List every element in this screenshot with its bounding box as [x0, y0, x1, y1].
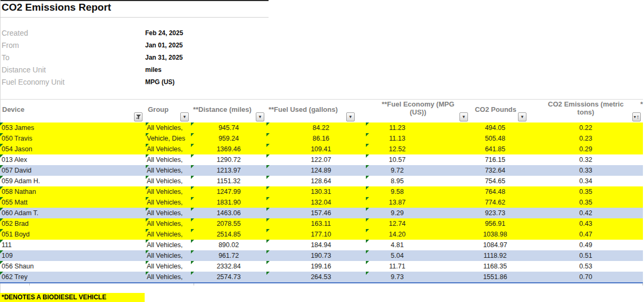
fuel-economy-cell[interactable]: 13.87: [366, 197, 470, 208]
filter-dropdown-button[interactable]: ▾: [346, 112, 355, 121]
device-cell[interactable]: 111: [0, 240, 146, 250]
fuel-used-cell[interactable]: 157.46: [266, 208, 366, 218]
fuel-economy-cell[interactable]: 9.58: [366, 186, 470, 197]
device-cell[interactable]: 059 Adam H.: [0, 176, 146, 186]
group-cell[interactable]: All Vehicles,: [146, 176, 191, 186]
filter-applied-button[interactable]: [134, 112, 143, 121]
device-cell[interactable]: 052 Brad: [0, 218, 146, 229]
fuel-used-cell[interactable]: 163.11: [266, 218, 366, 229]
co2-pounds-cell[interactable]: 1084.97: [470, 240, 529, 250]
co2-tons-cell[interactable]: 0.43: [529, 218, 643, 229]
co2-tons-cell[interactable]: 0.53: [529, 261, 643, 272]
group-cell[interactable]: All Vehicles,: [146, 208, 191, 218]
distance-cell[interactable]: 961.72: [191, 250, 266, 261]
column-header-cell[interactable]: Group ▾: [146, 100, 191, 123]
group-cell[interactable]: All Vehicles,: [146, 261, 191, 272]
filter-dropdown-button[interactable]: ▾: [518, 112, 526, 121]
fuel-economy-cell[interactable]: 9.29: [366, 208, 470, 218]
device-cell[interactable]: 058 Nathan: [0, 186, 146, 197]
co2-tons-cell[interactable]: 0.33: [529, 165, 643, 176]
group-cell[interactable]: Vehicle, Dies: [146, 133, 191, 144]
co2-pounds-cell[interactable]: 956.91: [470, 218, 529, 229]
fuel-used-cell[interactable]: 124.89: [266, 165, 366, 176]
device-cell[interactable]: 062 Trey: [0, 272, 146, 282]
distance-cell[interactable]: 1290.72: [191, 154, 266, 165]
co2-tons-cell[interactable]: 0.29: [529, 144, 643, 154]
fuel-used-cell[interactable]: 190.73: [266, 250, 366, 261]
distance-cell[interactable]: 2332.84: [191, 261, 266, 272]
fuel-economy-cell[interactable]: 5.04: [366, 250, 470, 261]
fuel-economy-cell[interactable]: 10.57: [366, 154, 470, 165]
fuel-economy-cell[interactable]: 11.71: [366, 261, 470, 272]
fuel-used-cell[interactable]: 109.41: [266, 144, 366, 154]
device-cell[interactable]: 060 Adam T.: [0, 208, 146, 218]
device-cell[interactable]: 050 Travis: [0, 133, 146, 144]
co2-tons-cell[interactable]: 0.70: [529, 272, 643, 282]
column-header-cell[interactable]: Device: [0, 100, 146, 123]
device-cell[interactable]: 109: [0, 250, 146, 261]
co2-pounds-cell[interactable]: 764.48: [470, 186, 529, 197]
device-cell[interactable]: 054 Jason: [0, 144, 146, 154]
device-cell[interactable]: 055 Matt: [0, 197, 146, 208]
fuel-used-cell[interactable]: 84.22: [266, 123, 366, 133]
co2-tons-cell[interactable]: 0.34: [529, 176, 643, 186]
column-header-cell[interactable]: CO2 Emissions (metric tons) ▾ ↑: [529, 100, 643, 123]
co2-pounds-cell[interactable]: 1168.35: [470, 261, 529, 272]
co2-tons-cell[interactable]: 0.42: [529, 208, 643, 218]
group-cell[interactable]: All Vehicles,: [146, 165, 191, 176]
device-cell[interactable]: 053 James: [0, 123, 146, 133]
filter-dropdown-button[interactable]: ▾: [180, 112, 189, 121]
distance-cell[interactable]: 1151.32: [191, 176, 266, 186]
co2-pounds-cell[interactable]: 1038.98: [470, 229, 529, 240]
group-cell[interactable]: All Vehicles,: [146, 197, 191, 208]
distance-cell[interactable]: 890.02: [191, 240, 266, 250]
column-header-cell[interactable]: **Distance (miles) ▾: [191, 100, 266, 123]
distance-cell[interactable]: 1831.90: [191, 197, 266, 208]
co2-pounds-cell[interactable]: 732.64: [470, 165, 529, 176]
fuel-economy-cell[interactable]: 12.74: [366, 218, 470, 229]
group-cell[interactable]: All Vehicles,: [146, 229, 191, 240]
device-cell[interactable]: 057 David: [0, 165, 146, 176]
co2-pounds-cell[interactable]: 1551.86: [470, 272, 529, 282]
distance-cell[interactable]: 959.24: [191, 133, 266, 144]
device-cell[interactable]: 051 Boyd: [0, 229, 146, 240]
co2-tons-cell[interactable]: 0.49: [529, 240, 643, 250]
fuel-used-cell[interactable]: 199.16: [266, 261, 366, 272]
distance-cell[interactable]: 1213.97: [191, 165, 266, 176]
filter-dropdown-button[interactable]: ▾: [256, 112, 264, 121]
distance-cell[interactable]: 2078.55: [191, 218, 266, 229]
fuel-used-cell[interactable]: 132.04: [266, 197, 366, 208]
co2-tons-cell[interactable]: 0.23: [529, 133, 643, 144]
co2-pounds-cell[interactable]: 494.05: [470, 123, 529, 133]
column-header-cell[interactable]: CO2 Pounds ▾: [470, 100, 529, 123]
co2-pounds-cell[interactable]: 641.85: [470, 144, 529, 154]
co2-pounds-cell[interactable]: 923.73: [470, 208, 529, 218]
fuel-economy-cell[interactable]: 12.52: [366, 144, 470, 154]
group-cell[interactable]: All Vehicles,: [146, 240, 191, 250]
sort-filter-button[interactable]: ▾ ↑: [632, 112, 641, 121]
distance-cell[interactable]: 1463.06: [191, 208, 266, 218]
fuel-used-cell[interactable]: 184.94: [266, 240, 366, 250]
co2-tons-cell[interactable]: 0.47: [529, 229, 643, 240]
fuel-economy-cell[interactable]: 4.81: [366, 240, 470, 250]
device-cell[interactable]: 056 Shaun: [0, 261, 146, 272]
group-cell[interactable]: All Vehicles,: [146, 218, 191, 229]
fuel-economy-cell[interactable]: 14.20: [366, 229, 470, 240]
co2-tons-cell[interactable]: 0.35: [529, 186, 643, 197]
distance-cell[interactable]: 2574.73: [191, 272, 266, 282]
co2-pounds-cell[interactable]: 505.48: [470, 133, 529, 144]
fuel-used-cell[interactable]: 122.07: [266, 154, 366, 165]
co2-pounds-cell[interactable]: 774.62: [470, 197, 529, 208]
co2-pounds-cell[interactable]: 1118.92: [470, 250, 529, 261]
fuel-economy-cell[interactable]: 8.95: [366, 176, 470, 186]
co2-tons-cell[interactable]: 0.51: [529, 250, 643, 261]
distance-cell[interactable]: 1369.46: [191, 144, 266, 154]
column-header-cell[interactable]: **Fuel Economy (MPG (US)) ▾: [366, 100, 470, 123]
fuel-economy-cell[interactable]: 9.73: [366, 272, 470, 282]
fuel-used-cell[interactable]: 128.64: [266, 176, 366, 186]
group-cell[interactable]: All Vehicles,: [146, 154, 191, 165]
fuel-used-cell[interactable]: 130.31: [266, 186, 366, 197]
co2-tons-cell[interactable]: 0.35: [529, 197, 643, 208]
co2-tons-cell[interactable]: 0.22: [529, 123, 643, 133]
fuel-used-cell[interactable]: 264.53: [266, 272, 366, 282]
